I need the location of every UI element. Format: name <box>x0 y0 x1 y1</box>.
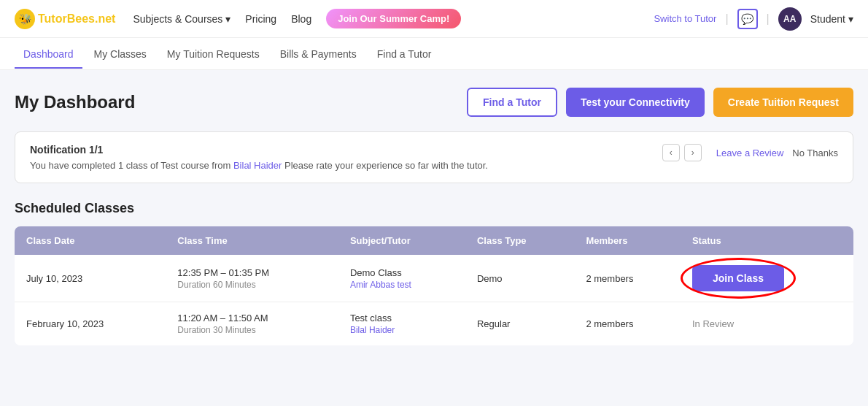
scheduled-classes-section: Scheduled Classes Class Date Class Time … <box>15 201 853 345</box>
cell-time-1: 12:35 PM – 01:35 PM Duration 60 Minutes <box>166 255 338 302</box>
subject-name-1: Demo Class <box>350 267 454 278</box>
leave-review-link[interactable]: Leave a Review <box>716 148 784 158</box>
tutor-name-2: Bilal Haider <box>350 325 454 335</box>
cell-subject-1: Demo Class Amir Abbas test <box>338 255 465 302</box>
cell-time-2: 11:20 AM – 11:50 AM Duration 30 Minutes <box>166 302 338 346</box>
cell-subject-2: Test class Bilal Haider <box>338 302 465 346</box>
sub-nav-dashboard[interactable]: Dashboard <box>15 39 82 69</box>
no-thanks-button[interactable]: No Thanks <box>792 148 838 158</box>
nav-subjects-courses[interactable]: Subjects & Courses ▾ <box>133 13 230 25</box>
chevron-down-icon-user: ▾ <box>848 13 853 25</box>
avatar[interactable]: AA <box>778 7 802 31</box>
logo[interactable]: 🐝 TutorBees.net <box>15 9 115 29</box>
main-nav: Subjects & Courses ▾ Pricing Blog Join O… <box>133 9 654 28</box>
find-tutor-button[interactable]: Find a Tutor <box>467 88 557 117</box>
dashboard-header: My Dashboard Find a Tutor Test your Conn… <box>15 88 853 117</box>
summer-camp-button[interactable]: Join Our Summer Camp! <box>326 9 461 28</box>
divider-2: | <box>767 12 770 26</box>
col-class-type: Class Type <box>465 226 575 255</box>
sub-nav-find-tutor[interactable]: Find a Tutor <box>368 39 441 69</box>
nav-pricing[interactable]: Pricing <box>245 13 276 25</box>
col-subject-tutor: Subject/Tutor <box>338 226 465 255</box>
notification-text: You have completed 1 class of Test cours… <box>30 160 648 171</box>
col-class-date: Class Date <box>15 226 166 255</box>
col-members: Members <box>574 226 681 255</box>
main-header: 🐝 TutorBees.net Subjects & Courses ▾ Pri… <box>0 0 868 38</box>
notification-actions: ‹ › Leave a Review No Thanks <box>662 144 838 161</box>
sub-nav-bills-payments[interactable]: Bills & Payments <box>271 39 365 69</box>
create-tuition-request-button[interactable]: Create Tuition Request <box>713 88 853 117</box>
nav-blog[interactable]: Blog <box>291 13 311 25</box>
tutor-name-1: Amir Abbas test <box>350 280 454 290</box>
status-in-review: In Review <box>692 318 734 329</box>
cell-status-1: Join Class <box>681 255 853 302</box>
notification-content: Notification 1/1 You have completed 1 cl… <box>30 144 648 171</box>
header-right: Switch to Tutor | 💬 | AA Student ▾ <box>654 7 853 31</box>
divider-1: | <box>725 12 728 26</box>
duration-2: Duration 30 Minutes <box>177 325 327 335</box>
col-status: Status <box>681 226 853 255</box>
table-body: July 10, 2023 12:35 PM – 01:35 PM Durati… <box>15 255 853 345</box>
notification-box: Notification 1/1 You have completed 1 cl… <box>15 131 853 183</box>
scheduled-classes-table: Class Date Class Time Subject/Tutor Clas… <box>15 226 853 345</box>
section-title-scheduled-classes: Scheduled Classes <box>15 201 853 216</box>
messages-icon[interactable]: 💬 <box>737 9 758 29</box>
sub-nav-my-tuition-requests[interactable]: My Tuition Requests <box>158 39 268 69</box>
notification-prev-arrow[interactable]: ‹ <box>662 144 680 161</box>
cell-date-1: July 10, 2023 <box>15 255 166 302</box>
notification-nav: ‹ › <box>662 144 702 161</box>
time-main-1: 12:35 PM – 01:35 PM <box>177 267 327 278</box>
sub-nav-my-classes[interactable]: My Classes <box>85 39 155 69</box>
logo-text: TutorBees.net <box>38 12 115 26</box>
dashboard-actions: Find a Tutor Test your Connectivity Crea… <box>467 88 853 117</box>
subject-name-2: Test class <box>350 313 454 323</box>
time-main-2: 11:20 AM – 11:50 AM <box>177 313 327 323</box>
logo-bee-icon: 🐝 <box>15 9 35 29</box>
col-class-time: Class Time <box>166 226 338 255</box>
table-row: February 10, 2023 11:20 AM – 11:50 AM Du… <box>15 302 853 346</box>
cell-date-2: February 10, 2023 <box>15 302 166 346</box>
test-connectivity-button[interactable]: Test your Connectivity <box>566 88 705 117</box>
join-class-button[interactable]: Join Class <box>692 265 784 291</box>
duration-1: Duration 60 Minutes <box>177 280 327 290</box>
cell-members-1: 2 members <box>574 255 681 302</box>
chevron-down-icon: ▾ <box>225 13 230 25</box>
page-title: My Dashboard <box>15 92 135 112</box>
main-content: My Dashboard Find a Tutor Test your Conn… <box>0 70 868 363</box>
user-label[interactable]: Student ▾ <box>810 13 853 25</box>
table-header: Class Date Class Time Subject/Tutor Clas… <box>15 226 853 255</box>
notification-next-arrow[interactable]: › <box>684 144 702 161</box>
notification-title: Notification 1/1 <box>30 144 648 156</box>
sub-nav: Dashboard My Classes My Tuition Requests… <box>0 38 868 70</box>
cell-class-type-2: Regular <box>465 302 575 346</box>
notification-tutor-link[interactable]: Bilal Haider <box>233 160 282 171</box>
cell-status-2: In Review <box>681 302 853 346</box>
table-row: July 10, 2023 12:35 PM – 01:35 PM Durati… <box>15 255 853 302</box>
cell-members-2: 2 members <box>574 302 681 346</box>
cell-class-type-1: Demo <box>465 255 575 302</box>
switch-to-tutor-link[interactable]: Switch to Tutor <box>654 13 716 24</box>
join-class-wrapper: Join Class <box>692 265 784 291</box>
